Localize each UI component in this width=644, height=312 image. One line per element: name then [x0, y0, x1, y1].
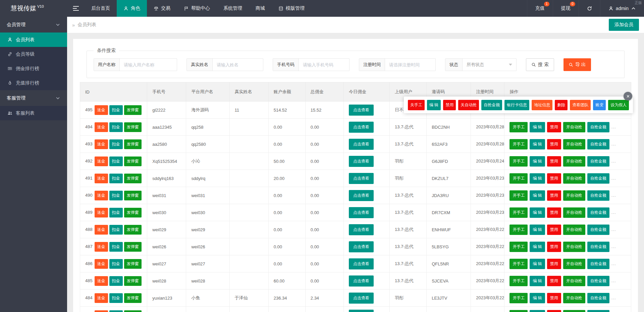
row-button-发弹窗[interactable]: 发弹窗 — [124, 105, 142, 115]
status-select[interactable]: 所有状态 — [463, 59, 516, 71]
popup-button-账变[interactable]: 账变 — [593, 100, 606, 110]
field-input-注册时间[interactable] — [385, 59, 435, 71]
action-button-自抢金额[interactable]: 自抢金额 — [587, 156, 609, 167]
view-today-commission-button[interactable]: 点击查看 — [349, 293, 374, 304]
popup-button-关手工[interactable]: 关手工 — [408, 100, 425, 110]
view-today-commission-button[interactable]: 点击查看 — [349, 224, 374, 235]
row-button-扣金[interactable]: 扣金 — [109, 157, 123, 166]
action-button-禁用[interactable]: 禁用 — [547, 276, 561, 286]
more-actions[interactable]: ... — [611, 278, 616, 283]
more-actions[interactable]: ... — [611, 141, 616, 146]
action-button-开手工[interactable]: 开手工 — [509, 259, 528, 269]
action-button-禁用[interactable]: 禁用 — [547, 259, 561, 269]
more-actions[interactable]: ... — [611, 244, 616, 249]
action-button-开手工[interactable]: 开手工 — [509, 276, 528, 286]
more-actions[interactable]: ... — [611, 210, 616, 215]
row-button-发弹窗[interactable]: 发弹窗 — [124, 310, 142, 312]
nav-item-帮助中心[interactable]: 帮助中心 — [177, 0, 217, 17]
action-button-开手工[interactable]: 开手工 — [509, 310, 528, 312]
export-button[interactable]: 导 出 — [564, 58, 591, 71]
action-button-编辑[interactable]: 编 辑 — [530, 156, 545, 167]
nav-item-角色[interactable]: 角色 — [117, 0, 147, 17]
nav-item-后台首页[interactable]: 后台首页 — [85, 0, 117, 17]
action-button-开自动抢[interactable]: 开自动抢 — [563, 122, 585, 132]
row-button-送金[interactable]: 送金 — [95, 122, 108, 132]
popup-button-关自动抢[interactable]: 关自动抢 — [458, 100, 479, 110]
row-button-扣金[interactable]: 扣金 — [109, 225, 123, 235]
popup-button-地址信息[interactable]: 地址信息 — [532, 100, 552, 110]
action-button-开手工[interactable]: 开手工 — [509, 139, 528, 149]
row-button-发弹窗[interactable]: 发弹窗 — [124, 139, 142, 149]
action-button-开自动抢[interactable]: 开自动抢 — [563, 225, 585, 235]
action-button-自抢金额[interactable]: 自抢金额 — [587, 207, 609, 218]
row-button-发弹窗[interactable]: 发弹窗 — [124, 208, 142, 217]
view-today-commission-button[interactable]: 点击查看 — [349, 190, 374, 201]
action-button-开自动抢[interactable]: 开自动抢 — [563, 310, 585, 312]
action-button-开自动抢[interactable]: 开自动抢 — [563, 207, 585, 218]
action-button-开手工[interactable]: 开手工 — [509, 225, 528, 235]
row-button-扣金[interactable]: 扣金 — [109, 174, 123, 183]
row-button-发弹窗[interactable]: 发弹窗 — [124, 259, 142, 269]
popup-button-删除[interactable]: 删除 — [555, 100, 568, 110]
action-button-禁用[interactable]: 禁用 — [547, 310, 561, 312]
menu-toggle-icon[interactable] — [67, 0, 85, 17]
view-today-commission-button[interactable]: 点击查看 — [349, 207, 374, 218]
action-button-编辑[interactable]: 编 辑 — [530, 225, 545, 235]
action-button-开手工[interactable]: 开手工 — [509, 173, 528, 184]
action-button-开手工[interactable]: 开手工 — [509, 207, 528, 218]
close-icon[interactable]: ✕ — [624, 92, 632, 101]
view-today-commission-button[interactable]: 点击查看 — [349, 122, 374, 133]
sidebar-item-佣金排行榜[interactable]: 佣金排行榜 — [0, 61, 67, 76]
withdraw-button[interactable]: 提现 0 — [553, 0, 579, 17]
sidebar-item-会员等级[interactable]: 会员等级 — [0, 47, 67, 61]
row-button-发弹窗[interactable]: 发弹窗 — [124, 174, 142, 183]
row-button-发弹窗[interactable]: 发弹窗 — [124, 157, 142, 166]
sidebar-item-会员列表[interactable]: 会员列表 — [0, 33, 67, 47]
row-button-送金[interactable]: 送金 — [95, 310, 108, 312]
action-button-编辑[interactable]: 编 辑 — [530, 310, 545, 312]
row-button-扣金[interactable]: 扣金 — [109, 208, 123, 217]
action-button-开自动抢[interactable]: 开自动抢 — [563, 173, 585, 184]
action-button-自抢金额[interactable]: 自抢金额 — [587, 122, 609, 132]
action-button-自抢金额[interactable]: 自抢金额 — [587, 242, 609, 252]
action-button-开手工[interactable]: 开手工 — [509, 242, 528, 252]
row-button-扣金[interactable]: 扣金 — [109, 259, 123, 269]
action-button-禁用[interactable]: 禁用 — [547, 122, 561, 132]
action-button-开自动抢[interactable]: 开自动抢 — [563, 156, 585, 167]
view-today-commission-button[interactable]: 点击查看 — [349, 241, 374, 252]
action-button-开自动抢[interactable]: 开自动抢 — [563, 190, 585, 201]
action-button-开自动抢[interactable]: 开自动抢 — [563, 242, 585, 252]
popup-button-编辑[interactable]: 编 辑 — [427, 100, 441, 110]
row-button-扣金[interactable]: 扣金 — [109, 293, 123, 303]
action-button-开自动抢[interactable]: 开自动抢 — [563, 259, 585, 269]
action-button-编辑[interactable]: 编 辑 — [530, 173, 545, 184]
row-button-发弹窗[interactable]: 发弹窗 — [124, 242, 142, 252]
action-button-禁用[interactable]: 禁用 — [547, 207, 561, 218]
more-actions[interactable]: ... — [611, 176, 616, 181]
nav-item-交易[interactable]: 交易 — [147, 0, 177, 17]
more-actions[interactable]: ... — [611, 124, 616, 129]
popup-button-禁用[interactable]: 禁用 — [443, 100, 456, 110]
action-button-自抢金额[interactable]: 自抢金额 — [587, 310, 609, 312]
action-button-自抢金额[interactable]: 自抢金额 — [587, 190, 609, 201]
field-input-手机号码[interactable] — [299, 59, 349, 71]
row-button-发弹窗[interactable]: 发弹窗 — [124, 122, 142, 132]
action-button-禁用[interactable]: 禁用 — [547, 225, 561, 235]
action-button-自抢金额[interactable]: 自抢金额 — [587, 139, 609, 149]
action-button-编辑[interactable]: 编 辑 — [530, 139, 545, 149]
row-button-发弹窗[interactable]: 发弹窗 — [124, 276, 142, 286]
sidebar-group-会员管理[interactable]: 会员管理 — [0, 17, 67, 33]
action-button-禁用[interactable]: 禁用 — [547, 156, 561, 167]
action-button-开自动抢[interactable]: 开自动抢 — [563, 276, 585, 286]
action-button-自抢金额[interactable]: 自抢金额 — [587, 225, 609, 235]
row-button-发弹窗[interactable]: 发弹窗 — [124, 191, 142, 200]
action-button-自抢金额[interactable]: 自抢金额 — [587, 276, 609, 286]
popup-button-自抢金额[interactable]: 自抢金额 — [481, 100, 502, 110]
view-today-commission-button[interactable]: 点击查看 — [349, 258, 374, 269]
row-button-送金[interactable]: 送金 — [95, 174, 108, 183]
row-button-送金[interactable]: 送金 — [95, 276, 108, 286]
field-input-真实姓名[interactable] — [213, 59, 263, 71]
row-button-发弹窗[interactable]: 发弹窗 — [124, 225, 142, 235]
action-button-编辑[interactable]: 编 辑 — [530, 293, 545, 303]
row-button-扣金[interactable]: 扣金 — [109, 310, 123, 312]
